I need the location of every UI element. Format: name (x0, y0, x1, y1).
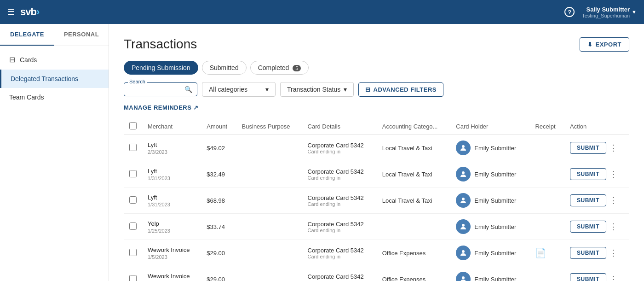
sidebar-tabs: DELEGATE PERSONAL (0, 24, 109, 46)
col-receipt: Receipt (529, 118, 564, 135)
more-options-icon[interactable]: ⋮ (609, 169, 617, 179)
row-checkbox[interactable] (129, 170, 137, 177)
avatar (456, 246, 471, 260)
more-options-icon[interactable]: ⋮ (609, 195, 617, 205)
card-sub: Card ending in (308, 254, 371, 259)
receipt (529, 135, 564, 161)
nav-left: ☰ svb› (7, 6, 39, 18)
sidebar-item-team-cards[interactable]: Team Cards (0, 88, 109, 106)
submit-button[interactable]: SUBMIT (570, 194, 606, 206)
avatar (456, 193, 471, 208)
accounting-category: Local Travel & Taxi (377, 135, 451, 161)
cardholder-name: Emily Submitter (474, 197, 516, 204)
categories-dropdown[interactable]: All categories ▾ (202, 82, 276, 97)
svg-point-4 (462, 250, 465, 253)
merchant-name: Wework Invoice (148, 246, 196, 253)
business-purpose (236, 187, 302, 214)
action-cell: SUBMIT⋮ (570, 168, 624, 180)
card-sub: Card ending in (308, 228, 371, 233)
user-sub: Testing_Superhuman (582, 13, 630, 18)
receipt (529, 266, 564, 281)
more-options-icon[interactable]: ⋮ (609, 274, 617, 281)
row-checkbox[interactable] (129, 222, 137, 230)
submit-button[interactable]: SUBMIT (570, 168, 606, 180)
submit-button[interactable]: SUBMIT (570, 142, 606, 154)
tab-delegate[interactable]: DELEGATE (0, 24, 54, 46)
merchant-date: 1/25/2023 (148, 228, 196, 234)
business-purpose (236, 161, 302, 187)
more-options-icon[interactable]: ⋮ (609, 222, 617, 232)
row-checkbox[interactable] (129, 196, 137, 204)
cardholder-cell: Emily Submitter (456, 219, 524, 234)
advanced-filters-button[interactable]: ⊟ ADVANCED FILTERS (358, 82, 443, 97)
row-checkbox[interactable] (129, 144, 137, 151)
search-input[interactable] (129, 86, 182, 93)
search-icon: 🔍 (184, 86, 192, 93)
chevron-down-icon: ▾ (344, 86, 347, 93)
sidebar-item-cards[interactable]: ⊟ Cards (0, 50, 109, 70)
card-name: Corporate Card 5342 (308, 273, 371, 280)
col-merchant: Merchant (142, 118, 201, 135)
svg-point-2 (462, 198, 465, 200)
avatar (456, 140, 471, 155)
accounting-category: Local Travel & Taxi (377, 161, 451, 187)
amount: $29.00 (201, 266, 236, 281)
row-checkbox[interactable] (129, 249, 137, 256)
manage-reminders-link[interactable]: MANAGE REMINDERS ↗ (124, 104, 629, 111)
filter-tab-submitted[interactable]: Submitted (202, 61, 247, 75)
action-cell: SUBMIT⋮ (570, 221, 624, 233)
accounting-category (377, 214, 451, 240)
user-menu[interactable]: Sally Submitter Testing_Superhuman ▼ (582, 6, 637, 18)
select-all-checkbox[interactable] (129, 122, 137, 129)
main-layout: DELEGATE PERSONAL ⊟ Cards Delegated Tran… (0, 24, 644, 281)
filters-row: Search 🔍 All categories ▾ Transaction St… (124, 82, 629, 97)
more-options-icon[interactable]: ⋮ (609, 143, 617, 153)
filter-tab-pending[interactable]: Pending Submission (124, 61, 198, 75)
main-content: Transactions ⬇ EXPORT Pending Submission… (109, 24, 644, 281)
status-dropdown[interactable]: Transaction Status ▾ (280, 82, 354, 97)
amount: $49.02 (201, 135, 236, 161)
submit-button[interactable]: SUBMIT (570, 221, 606, 233)
avatar (456, 167, 471, 181)
external-link-icon: ↗ (193, 104, 199, 111)
filter-tab-completed[interactable]: Completed 5 (250, 61, 309, 75)
export-button[interactable]: ⬇ EXPORT (580, 37, 629, 52)
download-icon: ⬇ (587, 41, 593, 48)
user-info: Sally Submitter Testing_Superhuman (582, 6, 630, 18)
card-sub: Card ending in (308, 149, 371, 154)
row-checkbox[interactable] (129, 275, 137, 281)
submit-button[interactable]: SUBMIT (570, 273, 606, 281)
accounting-category: Office Expenses (377, 266, 451, 281)
card-sub: Card ending in (308, 175, 371, 181)
table-row: Lyft1/31/2023$32.49Corporate Card 5342Ca… (124, 161, 629, 187)
sidebar-item-delegated-transactions[interactable]: Delegated Transactions (0, 70, 109, 88)
table-row: Lyft2/3/2023$49.02Corporate Card 5342Car… (124, 135, 629, 161)
accounting-category: Local Travel & Taxi (377, 187, 451, 214)
help-icon[interactable]: ? (564, 7, 575, 17)
receipt: 📄 (529, 240, 564, 266)
tab-personal[interactable]: PERSONAL (54, 24, 109, 46)
action-cell: SUBMIT⋮ (570, 194, 624, 206)
more-options-icon[interactable]: ⋮ (609, 248, 617, 258)
filter-tabs: Pending Submission Submitted Completed 5 (124, 61, 629, 75)
merchant-name: Wework Invoice (148, 273, 196, 280)
svg-point-3 (462, 224, 465, 227)
hamburger-menu[interactable]: ☰ (7, 7, 15, 17)
sidebar-nav: ⊟ Cards Delegated Transactions Team Card… (0, 46, 109, 110)
merchant-name: Lyft (148, 194, 196, 201)
merchant-name: Lyft (148, 141, 196, 148)
table-row: Wework Invoice1/16/2022$29.00Corporate C… (124, 266, 629, 281)
receipt-icon: 📄 (535, 248, 546, 258)
cardholder-cell: Emily Submitter (456, 246, 524, 260)
svb-logo: svb› (20, 6, 39, 18)
avatar (456, 272, 471, 281)
receipt (529, 187, 564, 214)
col-accounting-category: Accounting Catego... (377, 118, 451, 135)
sidebar: DELEGATE PERSONAL ⊟ Cards Delegated Tran… (0, 24, 109, 281)
col-amount: Amount (201, 118, 236, 135)
action-cell: SUBMIT⋮ (570, 273, 624, 281)
sidebar-item-cards-label: Cards (20, 56, 37, 64)
team-cards-label: Team Cards (9, 94, 44, 101)
submit-button[interactable]: SUBMIT (570, 247, 606, 259)
avatar (456, 219, 471, 234)
